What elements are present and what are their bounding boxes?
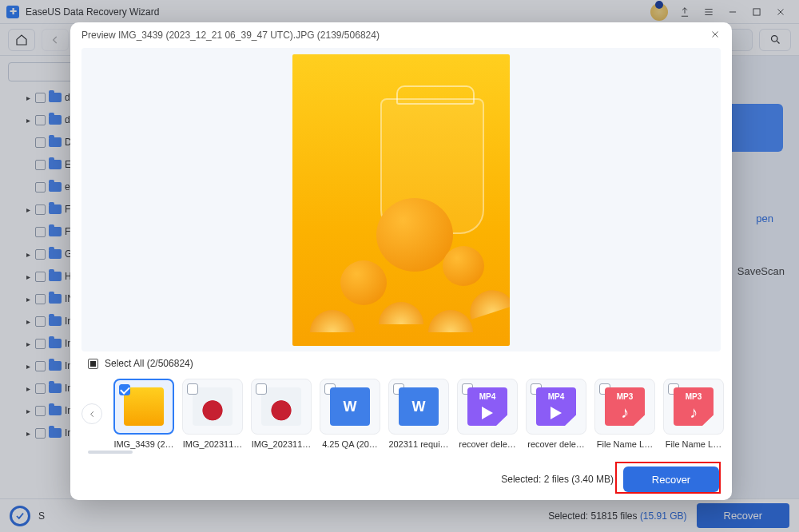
thumb-prev-button[interactable] bbox=[81, 403, 102, 424]
thumb-media bbox=[605, 387, 645, 426]
thumbnail[interactable]: IMG_3439 (2… bbox=[113, 379, 174, 449]
thumb-checkbox[interactable] bbox=[256, 383, 267, 395]
thumbnail[interactable]: File Name L… bbox=[663, 379, 724, 449]
thumbnail[interactable]: 4.25 QA (20… bbox=[320, 379, 380, 449]
thumb-name: 202311 requi… bbox=[388, 439, 449, 449]
thumb-name: IMG_202311… bbox=[251, 439, 312, 449]
thumb-name: 4.25 QA (20… bbox=[320, 439, 380, 449]
thumb-media bbox=[261, 387, 301, 426]
thumb-media bbox=[330, 387, 370, 426]
thumb-name: recover dele… bbox=[526, 439, 586, 449]
thumbnail[interactable]: recover dele… bbox=[526, 379, 586, 449]
thumb-scrollbar[interactable] bbox=[88, 451, 133, 454]
thumbnail[interactable]: IMG_202311… bbox=[182, 379, 243, 449]
thumb-media bbox=[399, 387, 439, 426]
thumbnail[interactable]: recover dele… bbox=[457, 379, 518, 449]
thumb-media bbox=[674, 387, 714, 426]
thumb-media bbox=[536, 387, 576, 426]
thumb-name: recover dele… bbox=[457, 439, 518, 449]
thumbnail[interactable]: IMG_202311… bbox=[251, 379, 312, 449]
preview-image bbox=[292, 54, 510, 346]
modal-selected-info: Selected: 2 files (3.40 MB) bbox=[501, 474, 614, 485]
thumb-name: File Name L… bbox=[594, 439, 655, 449]
modal-title: Preview IMG_3439 (2023_12_21 06_39_47 UT… bbox=[81, 30, 380, 41]
select-all-row[interactable]: Select All (2/506824) bbox=[70, 351, 732, 371]
thumb-checkbox[interactable] bbox=[187, 383, 198, 395]
select-all-checkbox[interactable] bbox=[88, 359, 98, 369]
thumb-name: IMG_202311… bbox=[182, 439, 243, 449]
thumb-media bbox=[193, 387, 233, 426]
preview-area bbox=[81, 48, 721, 351]
recover-button[interactable]: Recover bbox=[623, 466, 719, 492]
thumbnail-strip: IMG_3439 (2…IMG_202311…IMG_202311…4.25 Q… bbox=[70, 371, 732, 449]
preview-modal: Preview IMG_3439 (2023_12_21 06_39_47 UT… bbox=[70, 22, 732, 500]
thumb-checkbox[interactable] bbox=[119, 384, 130, 395]
thumb-name: IMG_3439 (2… bbox=[113, 439, 174, 449]
thumbnail[interactable]: File Name L… bbox=[594, 379, 655, 449]
select-all-label: Select All (2/506824) bbox=[105, 358, 193, 369]
thumb-media bbox=[467, 387, 507, 426]
thumb-name: File Name L… bbox=[663, 439, 724, 449]
thumbnail[interactable]: 202311 requi… bbox=[388, 379, 449, 449]
modal-close-icon[interactable] bbox=[710, 29, 721, 42]
